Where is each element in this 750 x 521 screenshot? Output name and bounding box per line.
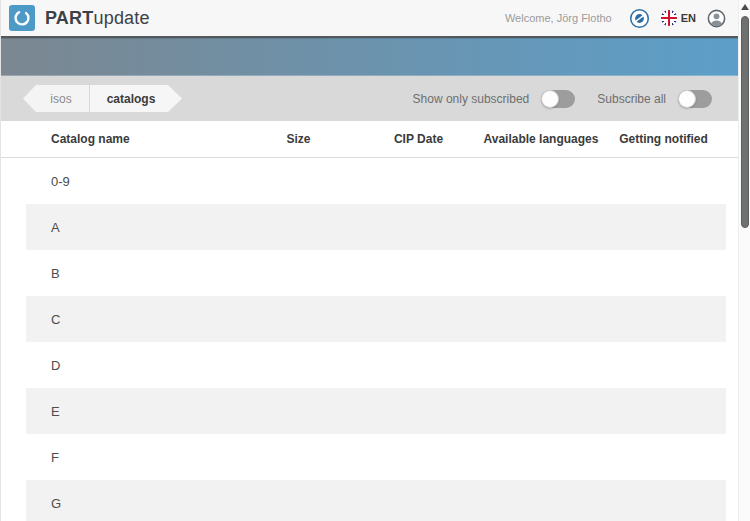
- user-avatar-icon[interactable]: [707, 9, 726, 28]
- group-label: B: [51, 266, 60, 281]
- tab-isos[interactable]: isos: [23, 85, 89, 112]
- partupdate-logo-icon: [9, 5, 35, 31]
- catalog-group-row[interactable]: 0-9: [26, 158, 726, 204]
- tab-isos-label: isos: [50, 92, 71, 106]
- welcome-text: Welcome, Jörg Flotho: [505, 12, 612, 24]
- uk-flag-icon: [661, 10, 677, 26]
- table-header: Catalog name Size CIP Date Available lan…: [1, 121, 750, 158]
- subscribe-all-label: Subscribe all: [597, 92, 666, 106]
- scroll-up-arrow-icon[interactable]: [741, 4, 749, 10]
- group-label: C: [51, 312, 60, 327]
- language-selector[interactable]: EN: [661, 10, 696, 26]
- catalog-group-row[interactable]: B: [26, 250, 726, 296]
- column-header-size: Size: [241, 132, 356, 146]
- scrollbar-thumb[interactable]: [741, 16, 749, 228]
- catalog-group-row[interactable]: G: [26, 480, 726, 521]
- group-label: 0-9: [51, 174, 70, 189]
- column-header-available-languages: Available languages: [481, 132, 601, 146]
- partupdate-window: PARTupdate Welcome, Jörg Flotho EN: [0, 0, 750, 521]
- tab-catalogs-label: catalogs: [107, 92, 156, 106]
- app-title-suffix: update: [93, 8, 149, 28]
- app-header: PARTupdate Welcome, Jörg Flotho EN: [1, 0, 750, 36]
- page-banner: [1, 36, 750, 76]
- catalog-group-row[interactable]: F: [26, 434, 726, 480]
- group-label: E: [51, 404, 60, 419]
- toggle-knob: [541, 90, 559, 108]
- group-label: D: [51, 358, 60, 373]
- show-only-subscribed-label: Show only subscribed: [413, 92, 530, 106]
- column-header-cip-date: CIP Date: [356, 132, 481, 146]
- catalog-group-row[interactable]: D: [26, 342, 726, 388]
- tab-catalogs[interactable]: catalogs: [90, 85, 182, 112]
- catalog-group-row[interactable]: C: [26, 296, 726, 342]
- catalog-group-row[interactable]: A: [26, 204, 726, 250]
- subscribe-all-toggle[interactable]: [678, 90, 712, 108]
- toggle-knob: [678, 90, 696, 108]
- catalog-group-row[interactable]: E: [26, 388, 726, 434]
- column-header-getting-notified: Getting notified: [601, 132, 726, 146]
- group-label: G: [51, 496, 61, 511]
- app-logo[interactable]: PARTupdate: [9, 5, 150, 31]
- column-header-catalog-name: Catalog name: [1, 132, 241, 146]
- toolbar: isos catalogs Show only subscribed Subsc…: [1, 76, 750, 121]
- toggle-group: Show only subscribed Subscribe all: [413, 90, 712, 108]
- catalog-list: 0-9 A B C D E F G: [1, 158, 750, 521]
- language-label: EN: [681, 12, 696, 24]
- group-label: A: [51, 220, 60, 235]
- vertical-scrollbar[interactable]: [738, 0, 750, 521]
- app-title: PARTupdate: [45, 8, 150, 29]
- group-label: F: [51, 450, 59, 465]
- show-only-subscribed-toggle[interactable]: [541, 90, 575, 108]
- app-title-part: PART: [45, 8, 93, 28]
- breadcrumb: isos catalogs: [23, 85, 182, 112]
- community-icon[interactable]: [629, 8, 650, 29]
